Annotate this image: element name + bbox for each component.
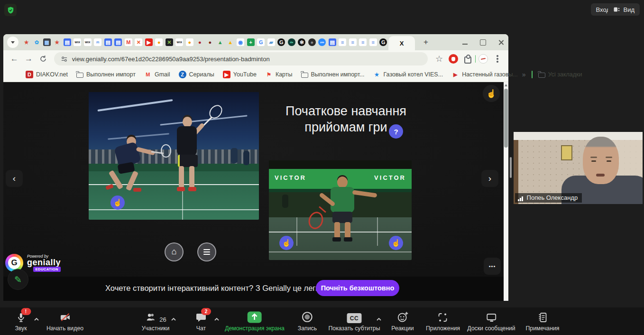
bookmark-arrow[interactable]: ▶Настенный газовы... <box>451 71 518 78</box>
captions-button[interactable]: CC Показать субтитры <box>329 311 380 332</box>
browser-tab-meet-plus[interactable]: + <box>246 34 256 50</box>
new-tab-button[interactable]: + <box>420 36 432 48</box>
prev-slide-button[interactable]: ‹ <box>6 170 23 187</box>
bookmark-folder[interactable]: Выполнен импорт <box>76 71 136 78</box>
meeting-security-shield[interactable] <box>4 4 17 16</box>
audio-options-chevron[interactable] <box>34 314 39 323</box>
browser-tab-doc-list[interactable]: ≡ <box>368 34 378 50</box>
home-button[interactable]: ⌂ <box>165 242 184 261</box>
address-bar[interactable]: view.genially.com/67ee1d20c2286950a9aa92… <box>54 52 428 65</box>
whiteboards-button[interactable]: Доски сообщений <box>467 311 515 332</box>
scroll-up-arrow[interactable] <box>505 84 507 86</box>
start-video-button[interactable]: Начать видео <box>46 311 83 332</box>
browser-tab-ladybug[interactable]: ● <box>205 34 215 50</box>
bookmark-series[interactable]: ZСериалы <box>179 71 214 78</box>
browser-menu-button[interactable] <box>492 52 503 65</box>
bookmark-gmail[interactable]: MGmail <box>144 71 170 78</box>
page-scrollbar[interactable] <box>504 82 508 301</box>
bookmark-star[interactable]: ★Газовый котел VIES... <box>373 71 443 78</box>
browser-tab-dark-x[interactable]: ✕ <box>164 34 175 50</box>
participant-eyebrow <box>606 157 612 158</box>
browser-tab-doc-list[interactable]: ≡ <box>348 34 358 50</box>
browser-tab-google[interactable]: G <box>256 34 267 50</box>
browser-tab-drive[interactable]: ▲ <box>215 34 226 50</box>
participant-head <box>583 137 619 184</box>
browser-tab-wix[interactable]: WIX <box>83 34 93 50</box>
forward-button[interactable]: → <box>23 52 34 65</box>
browser-tab-doc-list[interactable]: ≡ <box>358 34 368 50</box>
bookmark-youtube[interactable]: ▶YouTube <box>223 71 257 78</box>
reload-button[interactable] <box>37 52 49 65</box>
interactive-tap-button-2[interactable]: ☝ <box>279 236 294 250</box>
interactivity-hint-button[interactable]: ☝ <box>483 85 500 102</box>
tab-search-chevron[interactable] <box>7 37 18 48</box>
browser-tab-monitor[interactable]: ▦ <box>42 34 52 50</box>
chat-button[interactable]: 2 Чат <box>195 311 207 332</box>
bookmark-maps[interactable]: ⚑Карты <box>265 71 293 78</box>
slide-index-button[interactable] <box>197 242 216 261</box>
participants-button[interactable]: 26 Участники <box>142 311 170 332</box>
browser-tab-star-site[interactable]: ★ <box>52 34 63 50</box>
browser-tab-chatgpt[interactable]: ✻ <box>297 34 307 50</box>
bookmarks-overflow-chevron[interactable]: » <box>522 71 526 78</box>
reactions-button[interactable]: Реакции <box>391 311 414 332</box>
view-button[interactable]: Вид <box>608 3 640 16</box>
browser-tab-joomla[interactable]: ✕ <box>134 34 144 50</box>
wix-favicon: WIX <box>175 38 183 46</box>
interactive-tap-button-1[interactable]: ☝ <box>110 195 125 210</box>
interactive-tap-button-3[interactable]: ☝ <box>389 236 403 250</box>
participant-video-tile[interactable]: Попеь Олександр <box>514 132 643 204</box>
help-question-button[interactable]: ? <box>389 124 403 139</box>
panel-resize-handle[interactable] <box>510 157 512 178</box>
extensions-button[interactable] <box>462 52 473 65</box>
more-options-button[interactable]: ••• <box>484 258 501 275</box>
browser-tab-wix[interactable]: WIX <box>73 34 83 50</box>
browser-tab-site-blue[interactable]: ▤ <box>62 34 73 50</box>
edit-pencil-button[interactable]: ✎ <box>8 269 28 290</box>
adblock-extension-button[interactable] <box>448 52 459 65</box>
browser-tab-zoom[interactable]: zm <box>317 34 328 50</box>
browser-tab-wix[interactable]: WIX <box>175 34 185 50</box>
browser-tab-gmail[interactable]: M <box>123 34 134 50</box>
browser-tab-drive[interactable]: ▲ <box>225 34 236 50</box>
browser-tab-genially-ring[interactable]: G <box>378 34 389 50</box>
apps-button[interactable]: Приложения <box>426 311 460 332</box>
browser-tab-youtube[interactable]: ▶ <box>144 34 154 50</box>
profile-extension-button[interactable] <box>477 52 488 65</box>
back-button[interactable]: ← <box>9 52 20 65</box>
browser-tab-calendar[interactable]: 21 <box>93 34 103 50</box>
browser-tab-contact[interactable]: ◉ <box>236 34 246 50</box>
audio-button[interactable]: ! Звук <box>15 311 27 332</box>
all-bookmarks-button[interactable]: Усі закладки <box>538 71 582 78</box>
bookmark-diakov[interactable]: DDIAKOV.net <box>26 71 68 78</box>
browser-tab-butterfly[interactable]: ✿ <box>32 34 42 50</box>
notes-button[interactable]: Примечания <box>526 311 560 332</box>
promo-cta-button[interactable]: Почніть безкоштовно <box>316 280 399 296</box>
browser-tab-doc-list[interactable]: ≡ <box>338 34 348 50</box>
browser-tab-folder[interactable]: ▰ <box>266 34 276 50</box>
chat-options-chevron[interactable] <box>214 314 219 323</box>
browser-tab-site-blue[interactable]: ▤ <box>113 34 124 50</box>
maximize-button[interactable] <box>480 39 486 46</box>
bookmark-star-button[interactable]: ☆ <box>433 52 445 65</box>
close-window-button[interactable] <box>498 40 504 45</box>
scrollbar-thumb[interactable] <box>504 89 508 148</box>
bookmark-folder[interactable]: Выполнен импорт... <box>301 71 365 78</box>
browser-tab-bell[interactable]: ● <box>154 34 165 50</box>
genially-logo[interactable]: G Powered by genially EDUCATION <box>5 254 61 272</box>
browser-tab-site-blue[interactable]: ▤ <box>327 34 338 50</box>
record-button[interactable]: Запись <box>298 311 317 332</box>
browser-tab-dark-circle[interactable]: ● <box>307 34 317 50</box>
share-screen-button[interactable]: Демонстрация экрана <box>225 311 285 332</box>
browser-tab-star-site[interactable]: ★ <box>21 34 32 50</box>
browser-tab-bell[interactable]: ● <box>184 34 195 50</box>
browser-tab-site-blue[interactable]: ▤ <box>103 34 113 50</box>
next-slide-button[interactable]: › <box>481 170 498 187</box>
browser-tab-genially[interactable]: G <box>276 34 287 50</box>
active-tab-x[interactable]: X <box>388 36 415 50</box>
browser-tab-sphere[interactable]: ● <box>195 34 205 50</box>
minimize-button[interactable] <box>462 40 468 45</box>
participants-options-chevron[interactable] <box>171 314 176 323</box>
browser-tab-de-circle[interactable]: de <box>286 34 297 50</box>
captions-options-chevron[interactable] <box>377 314 381 323</box>
